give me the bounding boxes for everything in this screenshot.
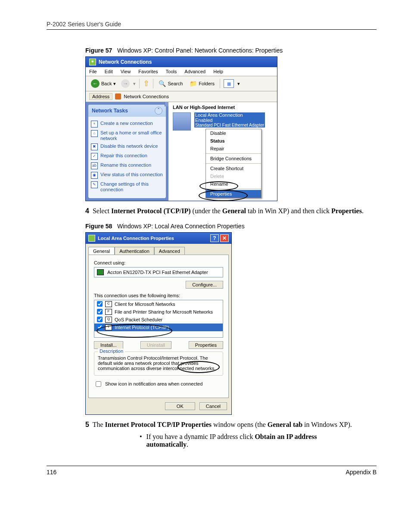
views-button[interactable]: ▦: [224, 79, 234, 88]
menu-advanced[interactable]: Advanced: [184, 69, 206, 74]
nc-app-icon: ✶: [89, 59, 96, 65]
step-number: 4: [85, 207, 89, 215]
ctx-repair[interactable]: Repair: [206, 145, 261, 152]
folders-icon: 📁: [190, 80, 197, 87]
search-icon: 🔍: [159, 80, 166, 87]
nc-content-pane[interactable]: LAN or High-Speed Internet Local Area Co…: [168, 102, 277, 201]
uses-items-label: This connection uses the following items…: [94, 293, 223, 298]
item-checkbox[interactable]: [97, 301, 103, 307]
task-repair-connection[interactable]: ✓Repair this connection: [91, 152, 163, 161]
ctx-status[interactable]: Status: [206, 137, 261, 145]
ctx-properties[interactable]: Properties: [206, 190, 261, 198]
text: tab in Win XP) and then click: [246, 207, 331, 215]
task-setup-home-network[interactable]: ⌂Set up a home or small office network: [91, 129, 163, 142]
task-rename-connection[interactable]: abRename this connection: [91, 161, 163, 171]
ctx-disable[interactable]: Disable: [206, 129, 261, 137]
nc-title-text: Network Connections: [99, 59, 152, 65]
nc-titlebar[interactable]: ✶ Network Connections: [86, 57, 277, 67]
scroll-indicator-icon[interactable]: [165, 102, 168, 106]
search-label: Search: [168, 81, 183, 86]
menu-view[interactable]: View: [121, 69, 131, 74]
lacp-titlebar[interactable]: Local Area Connection Properties ? ✕: [86, 233, 231, 244]
task-label: Repair this connection: [100, 153, 147, 159]
text: (under the: [191, 207, 222, 215]
ctx-shortcut[interactable]: Create Shortcut: [206, 165, 261, 172]
properties-button[interactable]: Properties: [189, 341, 223, 349]
ctx-bridge[interactable]: Bridge Connections: [206, 155, 261, 162]
back-button[interactable]: ← Back ▾: [89, 79, 118, 88]
ctx-rename[interactable]: Rename: [206, 180, 261, 188]
step-number: 5: [85, 421, 89, 428]
items-listbox[interactable]: CClient for Microsoft Networks FFile and…: [94, 300, 223, 338]
figure58-title: Windows XP: Local Area Connection Proper…: [117, 223, 245, 230]
folders-button[interactable]: 📁 Folders: [188, 80, 216, 87]
views-dropdown-icon[interactable]: ▾: [237, 81, 240, 87]
address-label: Address: [89, 93, 112, 100]
nc-addressbar[interactable]: Address Network Connections: [86, 91, 277, 102]
nc-toolbar[interactable]: ← Back ▾ → ▾ ⇧ 🔍 Search 📁 Folders: [86, 76, 277, 91]
tab-authentication[interactable]: Authentication: [115, 247, 154, 255]
lacp-window: Local Area Connection Properties ? ✕ Gen…: [85, 232, 232, 415]
collapse-icon[interactable]: ˆ: [155, 107, 162, 115]
task-disable-device[interactable]: ✖Disable this network device: [91, 142, 163, 152]
task-change-settings[interactable]: ✎Change settings of this connection: [91, 180, 163, 193]
item-checkbox[interactable]: [97, 317, 103, 322]
text: .: [187, 441, 188, 448]
component-icon: T: [105, 324, 112, 330]
task-label: Change settings of this connection: [100, 181, 163, 192]
forward-button[interactable]: →: [121, 79, 130, 88]
ctx-separator: [206, 163, 261, 164]
menu-edit[interactable]: Edit: [105, 69, 113, 74]
component-icon: C: [105, 301, 112, 307]
ctx-separator: [206, 189, 261, 189]
connect-using-label: Connect using:: [94, 260, 223, 265]
task-view-status[interactable]: ◉View status of this connection: [91, 171, 163, 180]
connection-context-menu[interactable]: Disable Status Repair Bridge Connections…: [206, 129, 262, 198]
item-client[interactable]: CClient for Microsoft Networks: [94, 300, 223, 308]
menu-file[interactable]: File: [89, 69, 97, 74]
task-create-connection[interactable]: +Create a new connection: [91, 119, 163, 129]
tab-general[interactable]: General: [88, 247, 115, 255]
up-button[interactable]: ⇧: [143, 79, 149, 88]
item-label: Client for Microsoft Networks: [115, 302, 175, 307]
configure-button[interactable]: Configure...: [186, 281, 223, 289]
nc-menubar[interactable]: File Edit View Favorites Tools Advanced …: [86, 67, 277, 76]
lacp-tabs[interactable]: General Authentication Advanced: [88, 246, 230, 255]
text: If you have a dynamic IP address click: [146, 433, 255, 440]
item-checkbox[interactable]: [97, 309, 103, 314]
close-button[interactable]: ✕: [220, 234, 229, 242]
tab-advanced[interactable]: Advanced: [154, 247, 185, 255]
back-icon: ←: [91, 79, 100, 88]
network-connections-window: ✶ Network Connections File Edit View Fav…: [85, 56, 277, 201]
menu-favorites[interactable]: Favorites: [138, 69, 158, 74]
item-file-print[interactable]: FFile and Printer Sharing for Microsoft …: [94, 308, 223, 316]
bold-text: General: [222, 207, 246, 215]
section-label: Appendix B: [346, 469, 377, 476]
running-head: P-2002 Series User's Guide: [47, 21, 377, 28]
bold-text: Internet Protocol (TCP/IP): [111, 207, 191, 215]
lan-connection-icon: [173, 112, 191, 131]
toolbar-separator: [153, 79, 153, 88]
adapter-box[interactable]: Accton EN1207D-TX PCI Fast Ethernet Adap…: [94, 267, 223, 277]
back-dropdown-icon[interactable]: ▾: [113, 81, 116, 87]
network-tasks-header[interactable]: Network Tasks ˆ: [88, 105, 166, 117]
ok-button[interactable]: OK: [165, 402, 195, 410]
help-button[interactable]: ?: [210, 234, 219, 242]
install-button[interactable]: Install...: [94, 341, 123, 349]
forward-dropdown-icon[interactable]: ▾: [133, 81, 136, 87]
figure57-caption: Figure 57 Windows XP: Control Panel: Net…: [85, 47, 377, 54]
toolbar-separator: [220, 79, 220, 88]
notify-checkbox[interactable]: [96, 381, 101, 387]
item-checkbox[interactable]: [97, 324, 103, 330]
item-qos[interactable]: QQoS Packet Scheduler: [94, 316, 223, 324]
text: window opens (the: [212, 421, 268, 428]
menu-tools[interactable]: Tools: [166, 69, 177, 74]
bottom-rule: [47, 466, 377, 466]
network-tasks-label: Network Tasks: [92, 108, 128, 114]
cancel-button[interactable]: Cancel: [199, 402, 227, 410]
item-tcpip[interactable]: TInternet Protocol (TCP/IP): [94, 324, 223, 331]
search-button[interactable]: 🔍 Search: [157, 80, 184, 87]
menu-help[interactable]: Help: [213, 69, 223, 74]
local-area-connection-item[interactable]: Local Area Connection Enabled Standard P…: [173, 112, 275, 131]
group-lan-header: LAN or High-Speed Internet: [173, 105, 275, 110]
